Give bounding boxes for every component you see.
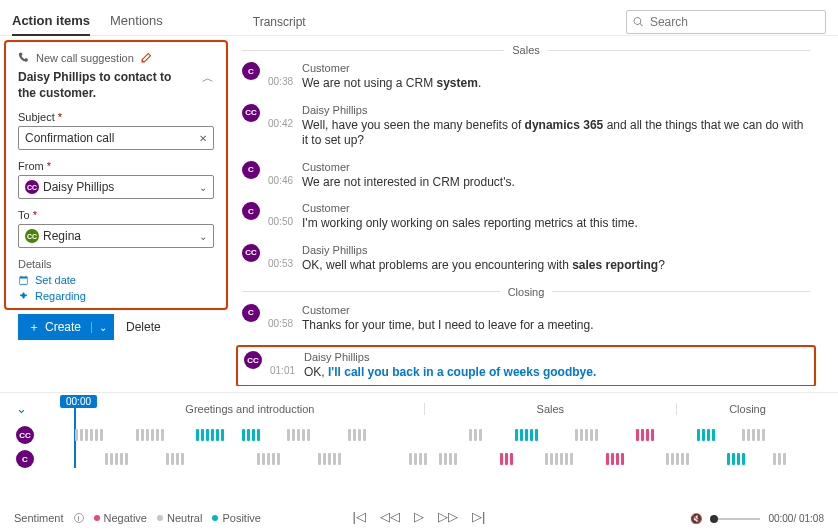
- transcript-text: We are not interested in CRM product's.: [302, 175, 810, 191]
- transcript-text: Well, have you seen the many benefits of…: [302, 118, 810, 149]
- volume-icon[interactable]: 🔇: [690, 513, 702, 524]
- set-date-link[interactable]: Set date: [18, 274, 214, 286]
- chevron-down-icon[interactable]: ⌄: [199, 231, 207, 242]
- elapsed-time: 00:00/ 01:08: [768, 513, 824, 524]
- transcript-heading: Transcript: [253, 15, 306, 29]
- section-closing: Closing: [508, 286, 545, 298]
- transcript-text: OK, well what problems are you encounter…: [302, 258, 810, 274]
- speaker-name: Customer: [302, 202, 810, 214]
- chevron-up-icon[interactable]: ︿: [202, 70, 214, 87]
- timestamp: 00:38: [268, 76, 294, 87]
- suggestion-label: New call suggestion: [36, 52, 134, 64]
- avatar: C: [242, 304, 260, 322]
- avatar: C: [242, 161, 260, 179]
- timestamp: 00:53: [268, 258, 294, 269]
- search-icon: [633, 16, 644, 28]
- timeline-section-sales: Sales: [425, 403, 677, 415]
- legend-neutral: Neutral: [157, 512, 202, 524]
- expand-chevron-icon[interactable]: ⌄: [16, 401, 27, 416]
- info-icon[interactable]: i: [74, 513, 84, 523]
- speaker-name: Customer: [302, 161, 810, 173]
- transcript-panel: Sales C 00:38 Customer We are not using …: [232, 36, 838, 386]
- avatar: CC: [242, 244, 260, 262]
- to-input[interactable]: CCRegina ⌄: [18, 224, 214, 248]
- avatar: CC: [242, 104, 260, 122]
- speaker-name: Dasiy Phillips: [302, 244, 810, 256]
- regarding-icon: [18, 291, 29, 302]
- transcript-row-highlighted[interactable]: CC 01:01 Daisy Phillips OK, I'll call yo…: [236, 345, 816, 386]
- tab-action-items[interactable]: Action items: [12, 7, 90, 36]
- transcript-row[interactable]: CC 00:53 Dasiy Phillips OK, well what pr…: [242, 244, 810, 274]
- speaker-name: Customer: [302, 62, 810, 74]
- speaker-name: Daisy Phillips: [302, 104, 810, 116]
- sentiment-label: Sentiment: [14, 512, 64, 524]
- from-label: From *: [18, 160, 214, 172]
- skip-back-icon[interactable]: |◁: [353, 509, 366, 524]
- speaker-name: Customer: [302, 304, 810, 316]
- timestamp: 00:58: [268, 318, 294, 329]
- avatar: C: [242, 62, 260, 80]
- avatar: C: [16, 450, 34, 468]
- to-label: To *: [18, 209, 214, 221]
- search-input[interactable]: [650, 15, 819, 29]
- transcript-row[interactable]: C 00:58 Customer Thanks for your time, b…: [242, 304, 810, 334]
- timestamp: 00:46: [268, 175, 294, 186]
- timestamp: 00:50: [268, 216, 294, 227]
- legend-positive: Positive: [212, 512, 261, 524]
- timeline-track-agent[interactable]: CC: [16, 423, 818, 447]
- action-item-card: New call suggestion Daisy Phillips to co…: [4, 40, 228, 310]
- skip-forward-icon[interactable]: ▷|: [472, 509, 485, 524]
- regarding-link[interactable]: Regarding: [18, 290, 214, 302]
- delete-button[interactable]: Delete: [126, 320, 161, 334]
- transcript-row[interactable]: C 00:38 Customer We are not using a CRM …: [242, 62, 810, 92]
- timestamp: 01:01: [270, 365, 296, 376]
- transcript-text: I'm working only working on sales report…: [302, 216, 810, 232]
- forward-icon[interactable]: ▷▷: [438, 509, 458, 524]
- avatar: C: [242, 202, 260, 220]
- from-input[interactable]: CCDaisy Phillips ⌄: [18, 175, 214, 199]
- timeline-footer: ⌄ 00:00 Greetings and introduction Sales…: [0, 392, 838, 532]
- tab-mentions[interactable]: Mentions: [110, 7, 163, 36]
- transcript-text: Thanks for your time, but I need to leav…: [302, 318, 810, 334]
- transcript-text: We are not using a CRM system.: [302, 76, 810, 92]
- transcript-row[interactable]: C 00:50 Customer I'm working only workin…: [242, 202, 810, 232]
- pencil-icon[interactable]: [140, 52, 152, 64]
- timeline-section-closing: Closing: [677, 403, 818, 415]
- calendar-icon: [18, 275, 29, 286]
- volume-slider[interactable]: [710, 518, 760, 520]
- timeline-section-greeting: Greetings and introduction: [76, 403, 425, 415]
- speaker-name: Daisy Phillips: [304, 351, 808, 363]
- transcript-row[interactable]: C 00:46 Customer We are not interested i…: [242, 161, 810, 191]
- subject-label: Subject *: [18, 111, 214, 123]
- avatar: CC: [16, 426, 34, 444]
- search-box[interactable]: [626, 10, 826, 34]
- phone-icon: [18, 52, 30, 64]
- timeline-track-customer[interactable]: C: [16, 447, 818, 471]
- play-icon[interactable]: ▷: [414, 509, 424, 524]
- legend-negative: Negative: [94, 512, 147, 524]
- action-title: Daisy Phillips to contact to the custome…: [18, 70, 178, 101]
- details-label: Details: [18, 258, 214, 270]
- player-controls: |◁ ◁◁ ▷ ▷▷ ▷|: [353, 509, 486, 524]
- subject-input[interactable]: Confirmation call ✕: [18, 126, 214, 150]
- clear-icon[interactable]: ✕: [199, 133, 207, 144]
- timestamp: 00:42: [268, 118, 294, 129]
- rewind-icon[interactable]: ◁◁: [380, 509, 400, 524]
- transcript-row[interactable]: CC 00:42 Daisy Phillips Well, have you s…: [242, 104, 810, 149]
- create-split-chevron[interactable]: ⌄: [91, 322, 114, 333]
- create-button[interactable]: ＋ Create ⌄: [18, 314, 114, 340]
- chevron-down-icon[interactable]: ⌄: [199, 182, 207, 193]
- section-sales: Sales: [512, 44, 540, 56]
- transcript-text: OK, I'll call you back in a couple of we…: [304, 365, 808, 381]
- avatar: CC: [244, 351, 262, 369]
